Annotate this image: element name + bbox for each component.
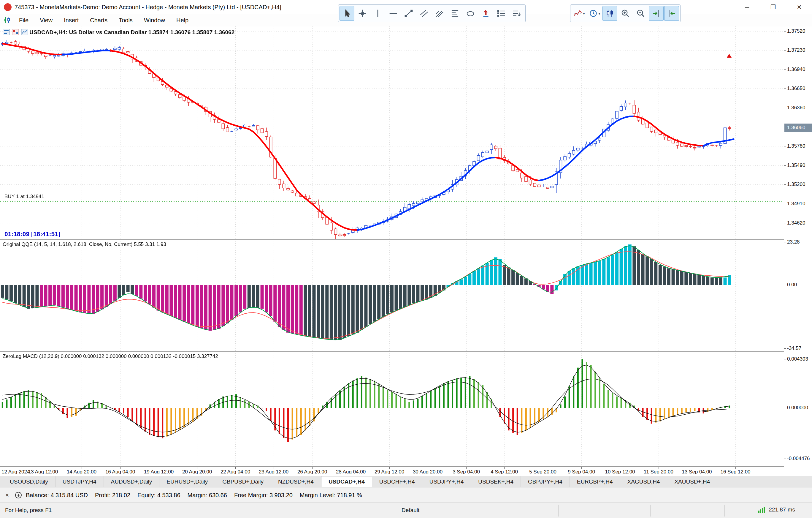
main-chart-canvas[interactable] (0, 26, 784, 239)
candle-timer-label: 01:18:09 [18:41:51] (4, 230, 60, 238)
connection-status[interactable]: 221.87 ms (758, 507, 795, 513)
chart-tab-usdcad+-h4[interactable]: USDCAD+,H4 (321, 476, 372, 487)
arrow-objects-tool[interactable] (478, 6, 493, 21)
price-scale-label: 1.36360 (787, 105, 805, 111)
qqe-indicator-canvas[interactable] (0, 240, 784, 351)
one-click-trading-icon[interactable] (3, 29, 10, 35)
andrews-pitchfork-tool[interactable] (432, 6, 447, 21)
chart-tab-xagusd-h4[interactable]: XAGUSD,H4 (620, 476, 667, 487)
fibonacci-retracement-tool[interactable] (447, 6, 462, 21)
menu-item-window[interactable]: Window (138, 14, 171, 26)
chart-tab-usdsek+-h4[interactable]: USDSEK+,H4 (471, 476, 521, 487)
close-button[interactable]: ✕ (786, 0, 812, 14)
toolbox-trade-bar: ✕ Balance: 4 315.84 USDProfit: 218.02Equ… (0, 487, 812, 503)
menu-item-help[interactable]: Help (171, 14, 194, 26)
vertical-line-tool[interactable] (370, 6, 385, 21)
drawing-toolbar (338, 4, 526, 22)
crosshair-tool[interactable] (355, 6, 370, 21)
chart-tab-usousd-daily[interactable]: USOUSD,Daily (3, 476, 56, 487)
indicators-button-dropdown-arrow[interactable]: ▾ (583, 11, 585, 16)
price-scale-tick (784, 348, 786, 349)
restore-button[interactable]: ❐ (760, 0, 786, 14)
time-axis-tick (581, 467, 582, 469)
price-scale-label: 1.37520 (787, 28, 805, 34)
price-scale-label: 1.36940 (787, 66, 805, 73)
price-scale-label: 0.00 (787, 282, 797, 288)
cursor-tool[interactable] (340, 6, 354, 21)
profile-selector[interactable]: Default (402, 507, 419, 514)
chart-controls-toolbar: ▾▾ (570, 4, 680, 22)
menu-item-charts[interactable]: Charts (84, 14, 113, 26)
graphical-objects-tool[interactable] (494, 6, 509, 21)
price-scale-label: 0.000000 (787, 405, 808, 411)
symbol-info-icon[interactable] (21, 29, 28, 35)
chart-tab-eurgbp+-h4[interactable]: EURGBP+,H4 (570, 476, 620, 487)
chart-tab-usdtjpy-h4[interactable]: USDTJPY,H4 (56, 476, 104, 487)
price-scale-label: 1.34620 (787, 220, 805, 226)
price-scale-tick (784, 408, 786, 408)
macd-indicator-canvas[interactable] (0, 352, 784, 466)
time-axis-tick (389, 467, 390, 469)
time-axis-label: 5 Sep 20:00 (529, 469, 556, 475)
chart-tab-nzdusd+-h4[interactable]: NZDUSD+,H4 (271, 476, 321, 487)
time-axis-tick (197, 467, 197, 469)
price-scale-label: 1.37230 (787, 47, 805, 53)
time-axis-label: 9 Sep 04:00 (568, 469, 595, 475)
timeframes-button-dropdown-arrow[interactable]: ▾ (598, 11, 600, 16)
time-axis-label: 22 Aug 04:00 (221, 469, 250, 475)
time-axis-tick (504, 467, 504, 469)
time-axis-tick (659, 467, 659, 469)
chart-tab-xauusd+-h4[interactable]: XAUUSD+,H4 (667, 476, 717, 487)
chart-tab-audusd+-daily[interactable]: AUDUSD+,Daily (104, 476, 160, 487)
toolbox-close-button[interactable]: ✕ (2, 490, 12, 500)
price-scale-label: 23.28 (787, 239, 800, 245)
chart-tab-gbpusd+-daily[interactable]: GBPUSD+,Daily (215, 476, 271, 487)
time-axis-tick (735, 467, 736, 469)
macd-indicator-title: ZeroLag MACD (12,26,9) 0.000000 0.000132… (3, 353, 218, 359)
zoom-in-button[interactable] (618, 6, 633, 21)
chart-quick-icons (3, 29, 28, 35)
chart-shift-button[interactable] (649, 6, 664, 21)
time-axis-tick (543, 467, 543, 469)
objects-list-tool[interactable] (509, 6, 524, 21)
time-axis-label: 20 Aug 20:00 (182, 469, 212, 475)
timeframes-button[interactable]: ▾ (587, 6, 602, 21)
price-scale-tick (784, 70, 786, 70)
horizontal-line-tool[interactable] (386, 6, 401, 21)
price-scale-tick (784, 459, 786, 459)
zoom-out-button[interactable] (633, 6, 648, 21)
price-scale-label: -0.004476 (787, 456, 810, 462)
chart-header: USDCAD+,H4: US Dollar vs Canadian Dollar… (29, 29, 234, 36)
depth-of-market-icon[interactable] (12, 29, 19, 35)
indicators-button[interactable]: ▾ (572, 6, 586, 21)
current-price-tag: 1.36060 (784, 124, 812, 132)
chart-tab-usdchf+-h4[interactable]: USDCHF+,H4 (372, 476, 422, 487)
chart-tab-usdjpy+-h4[interactable]: USDJPY+,H4 (422, 476, 471, 487)
auto-scroll-button[interactable] (664, 6, 679, 21)
menu-item-file[interactable]: File (13, 14, 34, 26)
window-title: 745373 - MonetaMarkets-Demo: Demo Accoun… (14, 4, 281, 11)
status-bar: For Help, press F1 Default 221.87 ms (0, 502, 812, 518)
balance-text: Balance: 4 315.84 USD (26, 492, 88, 499)
menu-item-tools[interactable]: Tools (113, 14, 138, 26)
new-order-icon[interactable] (14, 491, 22, 499)
trendline-tool[interactable] (401, 6, 416, 21)
price-scale[interactable]: 1.375201.372301.369401.366501.363601.360… (784, 26, 812, 467)
chart-tab-eurusd+-daily[interactable]: EURUSD+,Daily (160, 476, 215, 487)
account-summary: Balance: 4 315.84 USDProfit: 218.02Equit… (26, 492, 369, 499)
candlestick-mode-button[interactable] (603, 6, 617, 21)
margin-level-text: Margin Level: 718.91 % (300, 492, 362, 499)
time-axis-label: 10 Sep 12:00 (605, 469, 635, 475)
menu-item-insert[interactable]: Insert (58, 14, 84, 26)
time-axis-label: 26 Aug 20:00 (297, 469, 327, 475)
time-axis-tick (82, 467, 82, 469)
time-axis-label: 28 Aug 04:00 (336, 469, 366, 475)
time-axis-label: 23 Aug 12:00 (259, 469, 288, 475)
menu-item-view[interactable]: View (34, 14, 58, 26)
shapes-tool[interactable] (463, 6, 478, 21)
equidistant-channel-tool[interactable] (417, 6, 432, 21)
time-axis-tick (466, 467, 467, 469)
minimize-button[interactable]: ─ (734, 0, 760, 14)
chart-tab-gbpjpy+-h4[interactable]: GBPJPY+,H4 (521, 476, 570, 487)
time-axis[interactable]: 12 Aug 202413 Aug 12:0014 Aug 20:0016 Au… (0, 466, 784, 476)
